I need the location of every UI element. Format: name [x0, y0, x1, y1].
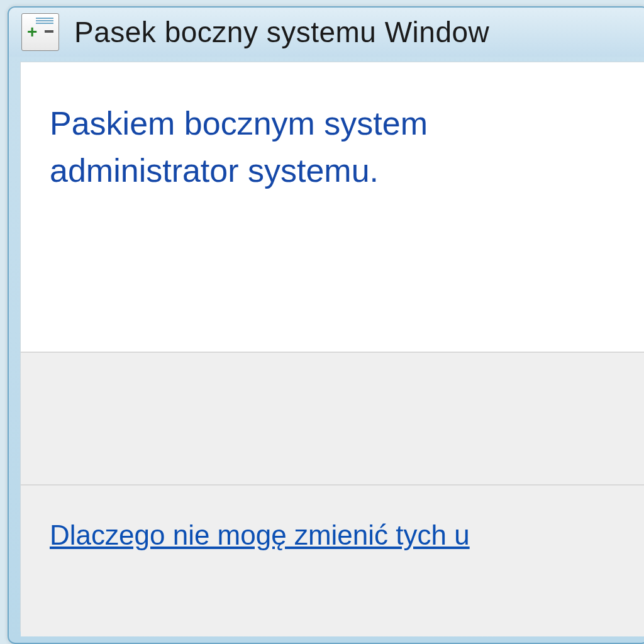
- help-link[interactable]: Dlaczego nie mogę zmienić tych u: [50, 519, 470, 550]
- dialog-window: + Pasek boczny systemu Window Paskiem bo…: [8, 6, 644, 644]
- link-panel: Dlaczego nie mogę zmienić tych u: [21, 486, 644, 636]
- sidebar-app-icon: +: [21, 13, 59, 51]
- middle-panel: [21, 352, 644, 486]
- window-title: Pasek boczny systemu Window: [74, 15, 489, 49]
- titlebar[interactable]: + Pasek boczny systemu Window: [9, 8, 644, 57]
- message-line-1: Paskiem bocznym system: [50, 100, 644, 147]
- client-area: Paskiem bocznym system administrator sys…: [20, 62, 644, 631]
- message-panel: Paskiem bocznym system administrator sys…: [21, 62, 644, 352]
- message-line-2: administrator systemu.: [50, 147, 644, 194]
